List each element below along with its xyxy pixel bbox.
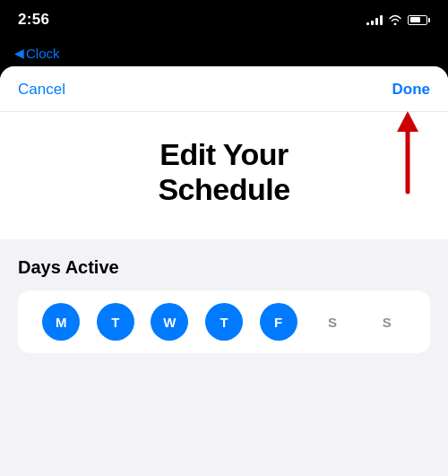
day-saturday[interactable]: S (314, 303, 351, 341)
main-content: Cancel Done Edit YourSchedule Days Activ… (0, 66, 448, 476)
days-section: Days Active M T W T F S S (0, 239, 448, 353)
back-nav[interactable]: ◀ Clock (0, 39, 448, 66)
days-active-label: Days Active (18, 257, 430, 278)
wifi-icon (388, 14, 402, 25)
top-bar: Cancel Done (0, 66, 448, 112)
signal-icon (366, 14, 383, 25)
title-section: Edit YourSchedule (0, 112, 448, 239)
day-sunday[interactable]: S (368, 303, 406, 341)
days-row: M T W T F S S (34, 303, 414, 341)
day-tuesday[interactable]: T (97, 303, 134, 341)
status-bar: 2:56 (0, 0, 448, 39)
cancel-button[interactable]: Cancel (18, 81, 65, 99)
day-monday[interactable]: M (42, 303, 80, 341)
status-icons (366, 14, 430, 25)
svg-marker-1 (397, 111, 418, 132)
back-label: Clock (26, 46, 60, 61)
battery-icon (408, 15, 430, 25)
days-row-container: M T W T F S S (18, 290, 430, 353)
status-time: 2:56 (18, 11, 49, 29)
day-thursday[interactable]: T (205, 303, 243, 341)
arrow-annotation (358, 107, 421, 196)
done-button[interactable]: Done (392, 81, 431, 99)
day-friday[interactable]: F (260, 303, 297, 341)
back-chevron-icon: ◀ (14, 46, 24, 60)
day-wednesday[interactable]: W (151, 303, 188, 341)
